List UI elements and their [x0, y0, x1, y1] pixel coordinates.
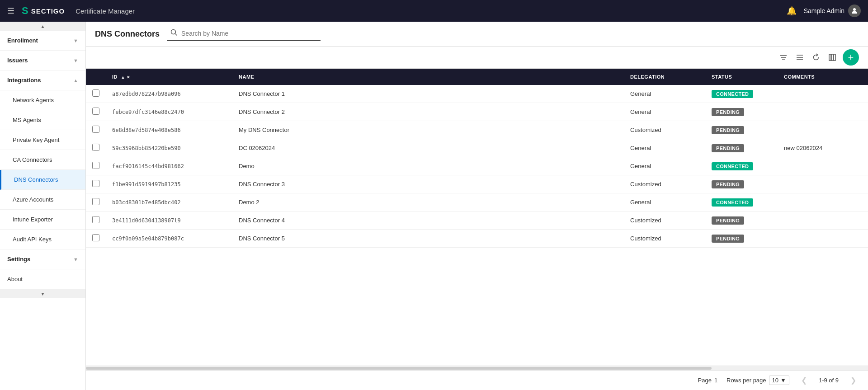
sidebar-item-label: Intune Exporter [13, 216, 53, 223]
page-title: DNS Connectors [95, 29, 160, 39]
sidebar-item-about[interactable]: About [0, 269, 85, 289]
row-name: Demo 2 [232, 193, 624, 211]
row-id: 59c35968bb854220be590 [106, 139, 232, 157]
page-group: Page 1 [698, 377, 718, 384]
row-checkbox[interactable] [92, 126, 99, 133]
row-status: PENDING [705, 103, 778, 121]
sidebar-item-intune-exporter[interactable]: Intune Exporter [0, 210, 85, 230]
page-label: Page [698, 377, 712, 384]
row-checkbox[interactable] [92, 108, 99, 115]
svg-point-1 [171, 30, 176, 34]
row-checkbox-cell [86, 139, 106, 157]
col-header-checkbox [86, 69, 106, 85]
row-comments [778, 157, 868, 175]
row-id: cc9f0a09a5e04b879b087c [106, 230, 232, 248]
row-checkbox-cell [86, 230, 106, 248]
user-menu[interactable]: Sample Admin [804, 5, 861, 17]
rows-per-page-group: Rows per page 10 ▼ [726, 376, 789, 385]
sidebar-item-label: Private Key Agent [13, 136, 59, 143]
notifications-icon[interactable]: 🔔 [787, 6, 797, 16]
row-delegation: General [624, 157, 705, 175]
rows-per-page-value: 10 [772, 377, 778, 384]
row-id: 6e8d38e7d5874e408e586 [106, 121, 232, 139]
logo-text: SECTIGO [31, 7, 65, 15]
sidebar-item-ms-agents[interactable]: MS Agents [0, 110, 85, 130]
sidebar-item-label: MS Agents [13, 117, 41, 123]
status-badge: CONNECTED [712, 90, 753, 98]
table-row: a87edbd0782247b98a096 DNS Connector 1 Ge… [86, 85, 868, 103]
logo: S SECTIGO [22, 5, 65, 17]
rows-per-page-label: Rows per page [726, 377, 766, 384]
row-checkbox-cell [86, 175, 106, 193]
dns-connectors-table: ID ▲ ✕ NAME DELEGATION STATUS [86, 69, 868, 248]
table-row: f1be991d5919497b81235 DNS Connector 3 Cu… [86, 175, 868, 193]
chevron-down-icon: ▼ [73, 58, 78, 63]
plus-icon: + [848, 52, 854, 62]
sidebar-scroll-up[interactable]: ▲ [0, 22, 85, 31]
row-delegation: General [624, 139, 705, 157]
refresh-button[interactable] [810, 49, 822, 66]
row-checkbox[interactable] [92, 198, 99, 205]
add-connector-button[interactable]: + [843, 49, 859, 66]
row-checkbox[interactable] [92, 89, 99, 97]
sidebar-item-dns-connectors[interactable]: DNS Connectors [0, 170, 85, 190]
row-checkbox[interactable] [92, 216, 99, 223]
sidebar-item-azure-accounts[interactable]: Azure Accounts [0, 190, 85, 210]
svg-rect-9 [829, 54, 831, 61]
main-content: DNS Connectors [86, 22, 868, 390]
col-header-name: NAME [232, 69, 624, 85]
sidebar-item-private-key-agent[interactable]: Private Key Agent [0, 130, 85, 150]
table-row: b03cd8301b7e485dbc402 Demo 2 General CON… [86, 193, 868, 211]
sidebar-item-network-agents[interactable]: Network Agents [0, 90, 85, 110]
horizontal-scrollbar[interactable] [86, 366, 868, 370]
sidebar-item-label: Enrollment [7, 37, 38, 44]
list-view-button[interactable] [794, 49, 806, 66]
hamburger-icon[interactable]: ☰ [7, 6, 14, 16]
row-id: f1be991d5919497b81235 [106, 175, 232, 193]
table-row: 6e8d38e7d5874e408e586 My DNS Connector C… [86, 121, 868, 139]
row-status: PENDING [705, 230, 778, 248]
row-id: facf9016145c44bd981662 [106, 157, 232, 175]
sidebar-item-label: Settings [7, 256, 30, 263]
col-header-comments: COMMENTS [778, 69, 868, 85]
row-name: My DNS Connector [232, 121, 624, 139]
row-delegation: Customized [624, 211, 705, 230]
logo-icon: S [22, 5, 28, 17]
status-badge: PENDING [712, 235, 744, 243]
table-row: 59c35968bb854220be590 DC 02062024 Genera… [86, 139, 868, 157]
scrollbar-thumb [86, 367, 712, 370]
row-status: PENDING [705, 121, 778, 139]
row-id: a87edbd0782247b98a096 [106, 85, 232, 103]
row-comments [778, 193, 868, 211]
row-status: CONNECTED [705, 157, 778, 175]
sidebar-item-issuers[interactable]: Issuers ▼ [0, 51, 85, 70]
sidebar-item-label: Network Agents [13, 97, 54, 103]
username: Sample Admin [804, 7, 844, 14]
filter-button[interactable] [778, 49, 789, 66]
page-header: DNS Connectors [86, 22, 868, 47]
row-checkbox-cell [86, 103, 106, 121]
sidebar-item-audit-api-keys[interactable]: Audit API Keys [0, 230, 85, 249]
prev-page-button[interactable]: ❮ [798, 375, 810, 385]
svg-rect-10 [831, 54, 833, 61]
sidebar-item-enrollment[interactable]: Enrollment ▼ [0, 31, 85, 51]
rows-per-page-select[interactable]: 10 ▼ [769, 376, 789, 385]
row-checkbox[interactable] [92, 144, 99, 151]
col-header-delegation: DELEGATION [624, 69, 705, 85]
sidebar-item-settings[interactable]: Settings ▼ [0, 249, 85, 269]
search-input[interactable] [181, 30, 317, 37]
row-delegation: Customized [624, 230, 705, 248]
row-checkbox[interactable] [92, 234, 99, 241]
next-page-button[interactable]: ❯ [848, 375, 859, 385]
sidebar-item-integrations[interactable]: Integrations ▲ [0, 70, 85, 90]
columns-button[interactable] [826, 49, 838, 66]
row-checkbox-cell [86, 121, 106, 139]
sidebar-item-ca-connectors[interactable]: CA Connectors [0, 150, 85, 170]
row-checkbox[interactable] [92, 180, 99, 187]
row-comments: new 02062024 [778, 139, 868, 157]
sidebar-scroll-down[interactable]: ▼ [0, 289, 85, 298]
col-header-id[interactable]: ID ▲ ✕ [106, 69, 232, 85]
app-title: Certificate Manager [75, 7, 135, 15]
row-checkbox[interactable] [92, 162, 99, 169]
row-checkbox-cell [86, 211, 106, 230]
